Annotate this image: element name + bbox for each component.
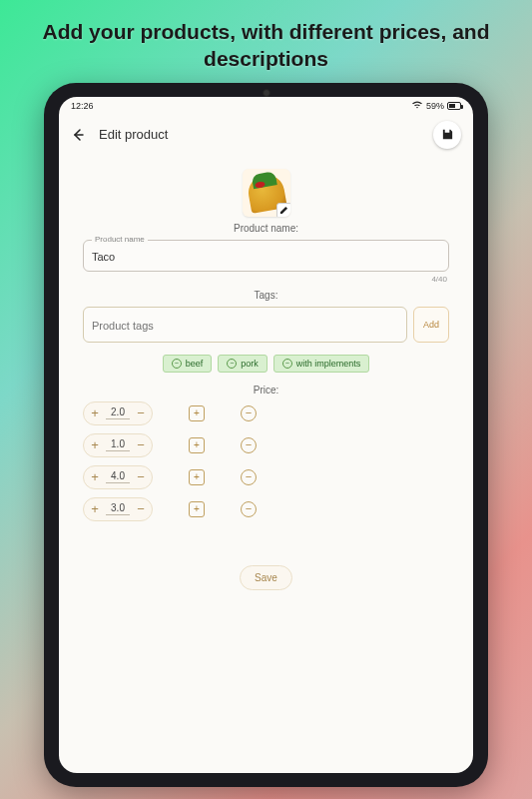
price-add-button[interactable]: + [189, 437, 205, 453]
price-stepper: +3.0− [83, 497, 153, 521]
product-name-counter: 4/40 [85, 275, 447, 284]
tablet-frame: 12:26 59% Edit product [44, 83, 488, 787]
app-bar: Edit product [59, 115, 473, 159]
price-remove-button[interactable]: − [241, 437, 257, 453]
price-row: +1.0−+− [83, 433, 449, 457]
price-row: +3.0−+− [83, 497, 449, 521]
save-button[interactable]: Save [240, 565, 292, 590]
price-decrement-button[interactable]: − [130, 438, 152, 451]
price-row: +4.0−+− [83, 465, 449, 489]
remove-tag-icon[interactable]: − [282, 359, 292, 369]
pencil-icon [279, 206, 288, 215]
tag-label: beef [186, 359, 204, 369]
page-title: Edit product [99, 127, 168, 142]
price-remove-button[interactable]: − [241, 405, 257, 421]
price-stepper: +1.0− [83, 433, 153, 457]
tag-label: with implements [296, 359, 361, 369]
tags-input[interactable] [92, 320, 398, 332]
tags-section-label: Tags: [83, 290, 449, 301]
save-fab[interactable] [433, 121, 461, 149]
content: Product name: Product name 4/40 Tags: Ad… [59, 159, 473, 773]
tag-chip[interactable]: −beef [163, 355, 213, 373]
price-increment-button[interactable]: + [84, 470, 106, 483]
price-decrement-button[interactable]: − [130, 502, 152, 515]
price-stepper: +4.0− [83, 465, 153, 489]
price-stepper: +2.0− [83, 401, 153, 425]
remove-tag-icon[interactable]: − [172, 359, 182, 369]
wifi-icon [411, 100, 423, 111]
battery-icon [447, 102, 461, 110]
tag-chip[interactable]: −pork [218, 355, 267, 373]
price-value[interactable]: 1.0 [106, 438, 130, 451]
price-remove-button[interactable]: − [241, 469, 257, 485]
tag-label: pork [241, 359, 259, 369]
tag-chip[interactable]: −with implements [273, 355, 370, 373]
price-increment-button[interactable]: + [84, 406, 106, 419]
price-value[interactable]: 4.0 [106, 470, 130, 483]
save-icon [441, 128, 454, 141]
battery-pct: 59% [426, 101, 444, 111]
product-name-field[interactable]: Product name [83, 240, 449, 272]
tags-field[interactable] [83, 307, 407, 343]
price-add-button[interactable]: + [189, 501, 205, 517]
camera-dot [263, 89, 270, 97]
status-time: 12:26 [71, 101, 94, 111]
price-remove-button[interactable]: − [241, 501, 257, 517]
remove-tag-icon[interactable]: − [227, 359, 237, 369]
add-tag-button[interactable]: Add [413, 307, 449, 343]
product-name-float-label: Product name [92, 235, 148, 244]
product-name-section-label: Product name: [83, 223, 449, 234]
price-value[interactable]: 2.0 [106, 406, 130, 419]
edit-image-button[interactable] [276, 203, 290, 217]
price-decrement-button[interactable]: − [130, 406, 152, 419]
price-add-button[interactable]: + [189, 469, 205, 485]
price-add-button[interactable]: + [189, 405, 205, 421]
product-image[interactable] [243, 169, 290, 217]
screen: 12:26 59% Edit product [59, 97, 473, 773]
price-row: +2.0−+− [83, 401, 449, 425]
price-section-label: Price: [83, 385, 449, 396]
price-increment-button[interactable]: + [84, 502, 106, 515]
status-bar: 12:26 59% [59, 97, 473, 115]
promo-headline: Add your products, with different prices… [0, 0, 532, 83]
product-name-input[interactable] [92, 251, 440, 263]
price-decrement-button[interactable]: − [130, 470, 152, 483]
back-button[interactable] [71, 128, 85, 142]
price-value[interactable]: 3.0 [106, 502, 130, 515]
price-increment-button[interactable]: + [84, 438, 106, 451]
